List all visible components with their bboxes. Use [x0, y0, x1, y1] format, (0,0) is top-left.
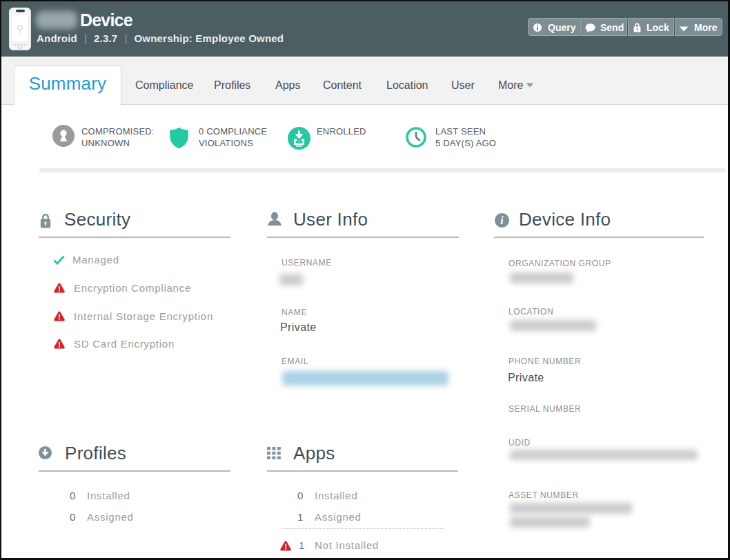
svg-text:i: i [500, 214, 504, 226]
